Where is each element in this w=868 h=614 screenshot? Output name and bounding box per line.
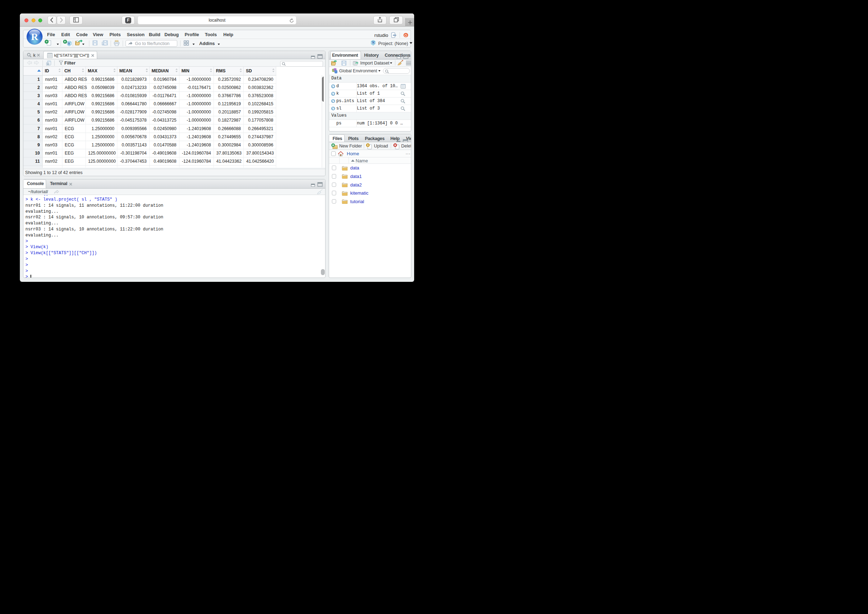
svg-text:R: R (68, 42, 70, 45)
svg-text:R: R (372, 40, 375, 44)
